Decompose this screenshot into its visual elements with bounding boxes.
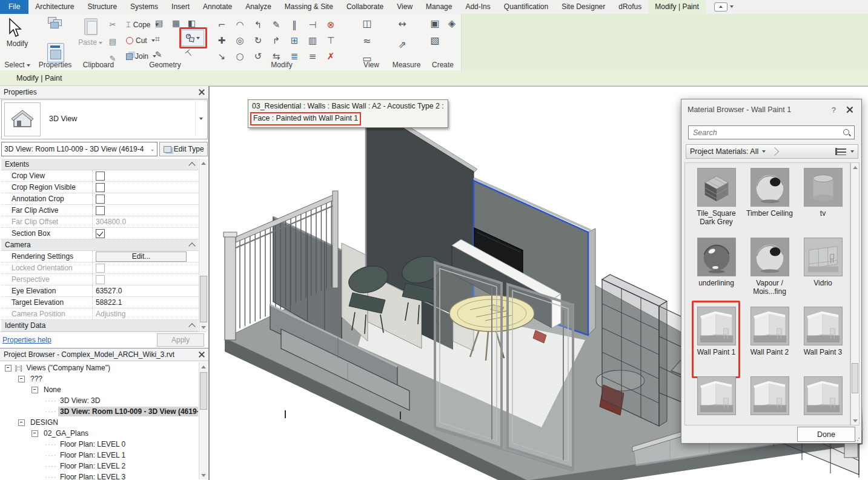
- material-tile-timber-ceiling[interactable]: Timber Ceiling: [742, 168, 797, 218]
- mirror-icon[interactable]: ▥: [306, 34, 319, 47]
- expand-icon[interactable]: [5, 365, 12, 372]
- apply-button[interactable]: Apply: [157, 333, 204, 347]
- windows-icon[interactable]: [48, 17, 62, 28]
- cope-button[interactable]: ⌶Cope: [126, 19, 159, 31]
- group-header-camera[interactable]: Camera: [1, 239, 198, 251]
- tab-insert[interactable]: Insert: [165, 0, 196, 14]
- tab-analyze[interactable]: Analyze: [239, 0, 278, 14]
- modify-button[interactable]: Modify: [0, 39, 35, 48]
- panel-label-measure[interactable]: Measure: [388, 61, 425, 69]
- paste-button[interactable]: Paste: [76, 38, 105, 47]
- close-icon[interactable]: [199, 89, 205, 95]
- tree-item-floor-plan-level-1[interactable]: ····Floor Plan: LEVEL 1: [1, 450, 198, 461]
- search-icon[interactable]: [843, 128, 851, 137]
- ribbon-minimize-caret-icon[interactable]: [730, 5, 734, 8]
- expand-icon[interactable]: [18, 376, 25, 382]
- property-value[interactable]: [93, 205, 198, 216]
- material-scrollbar[interactable]: [850, 162, 860, 425]
- property-value[interactable]: [93, 274, 198, 285]
- group-header-identity-data[interactable]: Identity Data: [1, 320, 198, 332]
- panel-label-modify[interactable]: Modify: [209, 61, 354, 69]
- tree-item-[interactable]: ???: [1, 373, 198, 384]
- rotate-icon[interactable]: ↻: [251, 34, 265, 47]
- paint-dropdown-caret-icon[interactable]: [196, 37, 200, 39]
- ribbon-minimize-control[interactable]: [714, 2, 735, 12]
- beam-join-icon[interactable]: ⌗: [155, 35, 160, 43]
- unpin-icon[interactable]: ⊗: [324, 18, 337, 32]
- material-tile-clipped-10[interactable]: [742, 376, 797, 418]
- array-icon[interactable]: ⊞: [288, 34, 301, 47]
- property-value[interactable]: [93, 170, 198, 181]
- legend-component-icon[interactable]: ▣: [428, 17, 442, 30]
- tree-item-02-ga-plans[interactable]: 02_GA_Plans: [1, 428, 198, 439]
- wall-edit-icon[interactable]: ✎: [270, 18, 283, 32]
- material-tile-underlining[interactable]: underlining: [689, 238, 744, 287]
- scroll-down-icon[interactable]: [199, 471, 208, 479]
- view-mode-button[interactable]: [835, 148, 854, 155]
- tab-structure[interactable]: Structure: [81, 0, 124, 14]
- panel-label-select[interactable]: Select: [0, 61, 35, 69]
- scrollbar-thumb[interactable]: [200, 276, 207, 322]
- scroll-down-icon[interactable]: [199, 323, 208, 332]
- edit-type-button[interactable]: Edit Type: [159, 142, 208, 156]
- paste-icon[interactable]: [84, 18, 98, 35]
- visibility-icon[interactable]: ◫: [360, 17, 374, 30]
- property-value[interactable]: [93, 228, 198, 239]
- done-button[interactable]: Done: [797, 427, 855, 442]
- project-materials-filter[interactable]: Project Materials: All: [690, 147, 758, 156]
- pin-icon[interactable]: ⊤: [324, 34, 337, 47]
- tab-modify-paint[interactable]: Modify | Paint: [648, 0, 705, 14]
- material-tile-clipped-11[interactable]: [795, 376, 850, 418]
- scroll-up-icon[interactable]: [199, 159, 208, 167]
- property-value[interactable]: [93, 182, 198, 193]
- material-tile-vapour-mois-fing[interactable]: Vapour / Mois...fing: [742, 238, 797, 296]
- tree-item-floor-plan-level-2[interactable]: ····Floor Plan: LEVEL 2: [1, 461, 198, 472]
- expand-icon[interactable]: [31, 430, 38, 437]
- tab-systems[interactable]: Systems: [124, 0, 165, 14]
- filter-caret-icon[interactable]: [762, 150, 766, 153]
- tab-site-designer[interactable]: Site Designer: [555, 0, 612, 14]
- tree-item-none[interactable]: None: [1, 384, 198, 395]
- property-value[interactable]: [93, 262, 198, 273]
- wall-sweep-icon[interactable]: ▤: [155, 19, 163, 27]
- tree-item-3d-view-room-l10-009-3d-view-4619[interactable]: ····3D View: Room L10-009 - 3D View (461…: [1, 406, 198, 417]
- property-value[interactable]: Edit...: [93, 251, 198, 262]
- split-element-icon[interactable]: ‖: [288, 18, 301, 32]
- tab-manage[interactable]: Manage: [419, 0, 459, 14]
- tab-view[interactable]: View: [390, 0, 419, 14]
- scroll-up-icon[interactable]: [199, 362, 208, 371]
- trim-corner-icon[interactable]: ↱: [270, 34, 283, 47]
- tree-item-design[interactable]: DESIGN: [1, 417, 198, 428]
- property-value[interactable]: 63527.0: [93, 285, 198, 296]
- fillet-arc-icon[interactable]: ◠: [233, 18, 247, 32]
- material-tile-wall-paint-2[interactable]: Wall Paint 2: [742, 307, 797, 356]
- type-dropdown[interactable]: [195, 101, 206, 136]
- ribbon-minimize-icon[interactable]: [714, 2, 727, 12]
- 3d-viewport[interactable]: 03_Residential : Walls : Basic Wall : A2…: [209, 86, 868, 480]
- property-value[interactable]: 304800.0: [93, 216, 198, 227]
- value-button[interactable]: Edit...: [96, 252, 187, 262]
- demolish-hammer-icon[interactable]: ⊤: [184, 48, 194, 59]
- property-value[interactable]: 58822.1: [93, 297, 198, 308]
- close-icon[interactable]: [847, 107, 853, 113]
- profile-edit-icon[interactable]: ✎: [155, 50, 162, 59]
- panel-label-view[interactable]: View: [354, 61, 388, 69]
- group-header-extents[interactable]: Extents: [1, 159, 198, 170]
- create-similar-icon[interactable]: ▧: [428, 34, 442, 47]
- instance-selector[interactable]: 3D View: Room L10-009 - 3D View (4619-4 …: [1, 142, 157, 156]
- tab-drofus[interactable]: dRofus: [612, 0, 648, 14]
- tab-collaborate[interactable]: Collaborate: [340, 0, 390, 14]
- copy-icon[interactable]: ▤: [106, 35, 119, 48]
- expand-icon[interactable]: [18, 419, 25, 426]
- material-tile-wall-paint-1[interactable]: Wall Paint 1: [689, 307, 744, 356]
- material-tile-wall-paint-3[interactable]: Wall Paint 3: [795, 307, 850, 356]
- panel-label-clipboard[interactable]: Clipboard: [76, 61, 121, 69]
- scrollbar-thumb[interactable]: [200, 372, 207, 410]
- material-tile-vidrio[interactable]: Vidrio: [795, 238, 850, 287]
- panel-label-properties[interactable]: Properties: [35, 61, 76, 69]
- paint-button[interactable]: [181, 30, 204, 46]
- measure-angle-icon[interactable]: ⇗: [396, 38, 409, 52]
- group-icon[interactable]: ◈: [445, 17, 459, 30]
- tab-architecture[interactable]: Architecture: [28, 0, 81, 14]
- cut-button[interactable]: Cut: [126, 35, 155, 47]
